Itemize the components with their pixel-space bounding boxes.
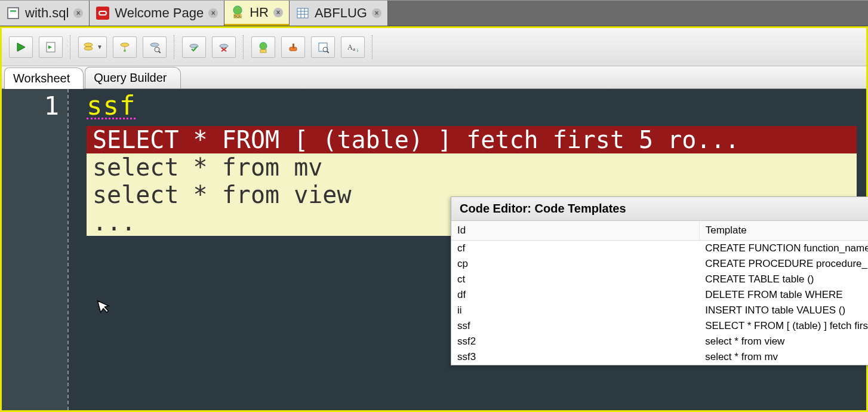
template-row[interactable]: dfDELETE FROM table WHERE: [451, 287, 868, 303]
run-statement-button[interactable]: [9, 36, 33, 58]
template-id-cell: ssf2: [451, 334, 699, 349]
template-row[interactable]: cpCREATE PROCEDURE procedure_name [ (par…: [451, 256, 868, 272]
clear-button[interactable]: [281, 36, 305, 58]
chevron-down-icon: ▼: [97, 44, 103, 50]
tab-abflug[interactable]: ABFLUG ×: [290, 1, 388, 26]
svg-point-18: [150, 43, 159, 47]
autocomplete-item[interactable]: select * from mv: [87, 153, 857, 181]
template-row[interactable]: iiINSERT INTO table VALUES (): [451, 303, 868, 318]
explain-plan-button[interactable]: [113, 36, 137, 58]
toolbar-separator: [372, 35, 373, 59]
template-text-cell: select * from mv: [699, 349, 868, 365]
svg-text:SQL: SQL: [234, 14, 242, 18]
worksheet-subtabs: Worksheet Query Builder: [2, 66, 866, 89]
file-sql-icon: [6, 6, 20, 20]
code-templates-table: Id Template cfCREATE FUNCTION function_n…: [451, 221, 868, 365]
line-number-gutter: 1: [2, 89, 67, 410]
template-id-cell: cf: [451, 241, 699, 257]
column-header-template[interactable]: Template: [699, 221, 868, 241]
svg-point-25: [260, 42, 267, 50]
svg-marker-12: [17, 43, 25, 51]
template-text-cell: INSERT INTO table VALUES (): [699, 303, 868, 318]
code-pane[interactable]: ssf SELECT * FROM [ (table) ] fetch firs…: [67, 89, 866, 410]
unshared-sql-button[interactable]: [251, 36, 275, 58]
template-row[interactable]: ctCREATE TABLE table (): [451, 272, 868, 287]
template-row[interactable]: cfCREATE FUNCTION function_name [ (param: [451, 241, 868, 257]
svg-rect-26: [260, 50, 266, 53]
svg-line-20: [159, 51, 161, 53]
worksheet-toolbar: ▼ Aa: [2, 28, 866, 66]
tab-with-sql[interactable]: with.sql ×: [0, 1, 90, 26]
tab-label: with.sql: [25, 5, 69, 21]
svg-point-16: [121, 43, 129, 47]
svg-point-22: [220, 44, 228, 48]
template-text-cell: DELETE FROM table WHERE: [699, 287, 868, 303]
template-id-cell: cp: [451, 256, 699, 272]
svg-marker-34: [97, 299, 110, 314]
template-row[interactable]: ssf2select * from view: [451, 334, 868, 349]
commit-button[interactable]: [182, 36, 206, 58]
close-icon[interactable]: ×: [273, 8, 283, 17]
tab-label: HR: [250, 5, 269, 20]
svg-text:a: a: [353, 46, 355, 52]
svg-point-17: [124, 50, 126, 52]
tab-hr[interactable]: SQL HR ×: [224, 1, 290, 26]
table-grid-icon: [296, 6, 310, 20]
toolbar-separator: [174, 35, 175, 59]
close-icon[interactable]: ×: [372, 8, 381, 18]
sql-editor[interactable]: 1 ssf SELECT * FROM [ (table) ] fetch fi…: [2, 89, 866, 410]
subtab-worksheet[interactable]: Worksheet: [4, 67, 84, 89]
autotrace-button[interactable]: ▼: [78, 36, 107, 58]
code-templates-panel: Code Editor: Code Templates Id Template …: [451, 196, 868, 365]
svg-point-15: [84, 47, 93, 50]
worksheet-container: ▼ Aa Worksheet Query Builde: [0, 26, 868, 412]
typed-text: ssf: [87, 94, 136, 119]
tab-label: Welcome Page: [115, 5, 204, 21]
panel-title: Code Editor: Code Templates: [451, 197, 868, 221]
svg-text:A: A: [347, 43, 353, 51]
template-id-cell: ssf: [451, 318, 699, 334]
template-id-cell: ct: [451, 272, 699, 287]
column-header-id[interactable]: Id: [451, 221, 699, 241]
toolbar-separator: [243, 35, 244, 59]
typed-code-line: ssf: [87, 89, 866, 121]
svg-point-4: [233, 6, 242, 14]
template-id-cell: ssf3: [451, 349, 699, 365]
oracle-logo-icon: [96, 6, 110, 20]
svg-rect-7: [297, 8, 308, 18]
svg-rect-2: [96, 7, 109, 20]
svg-rect-1: [10, 10, 16, 12]
template-id-cell: df: [451, 287, 699, 303]
sql-tuning-button[interactable]: [143, 36, 167, 58]
svg-line-31: [327, 51, 329, 53]
autocomplete-item-selected[interactable]: SELECT * FROM [ (table) ] fetch first 5 …: [87, 126, 857, 153]
svg-rect-0: [8, 8, 19, 19]
template-text-cell: select * from view: [699, 334, 868, 349]
template-row[interactable]: ssfSELECT * FROM [ (table) ] fetch first…: [451, 318, 868, 334]
run-script-button[interactable]: [39, 36, 63, 58]
db-connection-icon: SQL: [230, 5, 245, 20]
document-tabstrip: with.sql × Welcome Page × SQL HR × ABFLU…: [0, 0, 868, 26]
svg-point-14: [84, 43, 93, 47]
tab-welcome-page[interactable]: Welcome Page ×: [90, 1, 224, 26]
close-icon[interactable]: ×: [208, 8, 218, 18]
template-text-cell: CREATE PROCEDURE procedure_name [ (param: [699, 256, 868, 272]
svg-point-19: [155, 47, 159, 52]
sql-history-button[interactable]: [311, 36, 335, 58]
template-id-cell: ii: [451, 303, 699, 318]
template-text-cell: CREATE TABLE table (): [699, 272, 868, 287]
to-upper-button[interactable]: Aa: [341, 36, 365, 58]
tab-label: ABFLUG: [315, 5, 367, 21]
rollback-button[interactable]: [212, 36, 236, 58]
subtab-query-builder[interactable]: Query Builder: [85, 67, 180, 88]
line-number: 1: [2, 91, 59, 121]
svg-rect-28: [293, 44, 294, 48]
template-text-cell: CREATE FUNCTION function_name [ (param: [699, 241, 868, 257]
template-row[interactable]: ssf3select * from mv: [451, 349, 868, 365]
close-icon[interactable]: ×: [73, 8, 83, 18]
toolbar-separator: [70, 35, 71, 59]
cursor-pointer-icon: [96, 297, 114, 320]
template-text-cell: SELECT * FROM [ (table) ] fetch first 5 …: [699, 318, 868, 334]
